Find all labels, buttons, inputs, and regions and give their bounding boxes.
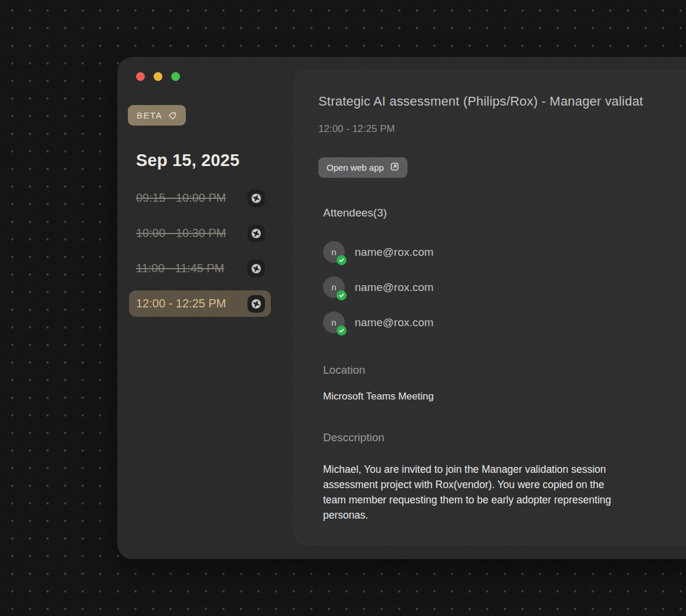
attendee-row: n name@rox.com — [323, 241, 433, 263]
description-heading: Desccription — [323, 431, 385, 444]
accepted-check-icon — [337, 255, 347, 265]
avatar-initial: n — [331, 247, 336, 257]
avatar-initial: n — [331, 282, 336, 292]
slot-time-label: 10:00 - 10:30 PM — [136, 226, 226, 240]
slot-sparkle-button[interactable] — [247, 295, 265, 313]
beta-badge-label: BETA — [137, 110, 162, 120]
time-slot[interactable]: 10:00 - 10:30 PM — [129, 220, 271, 246]
description-text: Michael, You are invited to join the Man… — [323, 462, 611, 523]
avatar: n — [323, 312, 345, 333]
app-window: BETA Sep 15, 2025 09:15 - 10:00 PM 10:00… — [117, 57, 686, 559]
slot-sparkle-button[interactable] — [247, 189, 265, 207]
time-slot[interactable]: 09:15 - 10:00 PM — [129, 185, 271, 211]
attendee-row: n name@rox.com — [323, 276, 433, 298]
slot-sparkle-button[interactable] — [247, 260, 265, 277]
description-line: personas. — [323, 507, 611, 523]
slot-time-label: 12:00 - 12:25 PM — [136, 297, 226, 310]
open-web-app-button[interactable]: Open web app — [318, 157, 407, 178]
zoom-button[interactable] — [171, 72, 180, 81]
date-heading: Sep 15, 2025 — [136, 151, 240, 170]
attendee-email: name@rox.com — [355, 316, 433, 329]
slot-sparkle-button[interactable] — [247, 225, 265, 242]
beta-badge: BETA — [128, 105, 186, 126]
attendee-list: n name@rox.com n name@rox.com — [323, 241, 433, 333]
event-title: Strategic AI assessment (Philips/Rox) - … — [318, 94, 643, 109]
avatar-initial: n — [331, 317, 336, 327]
avatar: n — [323, 276, 345, 298]
description-line: Michael, You are invited to join the Man… — [323, 462, 611, 477]
external-link-icon — [390, 162, 399, 173]
attendee-row: n name@rox.com — [323, 312, 433, 333]
event-detail-panel: Strategic AI assessment (Philips/Rox) - … — [293, 69, 686, 546]
time-slot[interactable]: 11:00 - 11:45 PM — [129, 255, 271, 282]
time-slot-list: 09:15 - 10:00 PM 10:00 - 10:30 PM 11:00 … — [129, 185, 271, 317]
close-button[interactable] — [136, 72, 145, 81]
minimize-button[interactable] — [154, 72, 162, 81]
description-line: team member requesting them to be early … — [323, 492, 611, 507]
accepted-check-icon — [337, 326, 347, 336]
location-heading: Location — [323, 364, 365, 377]
description-line: assessment project with Rox(vendor). You… — [323, 477, 611, 492]
accepted-check-icon — [337, 290, 347, 300]
event-time: 12:00 - 12:25 PM — [318, 123, 395, 135]
slot-time-label: 11:00 - 11:45 PM — [136, 262, 224, 275]
open-web-app-label: Open web app — [327, 163, 384, 172]
attendee-email: name@rox.com — [355, 281, 433, 294]
attendees-heading: Attendees(3) — [323, 207, 387, 219]
attendee-email: name@rox.com — [355, 246, 433, 259]
slot-time-label: 09:15 - 10:00 PM — [136, 191, 226, 205]
window-controls — [136, 72, 180, 81]
tag-icon — [168, 111, 177, 120]
time-slot-selected[interactable]: 12:00 - 12:25 PM — [129, 290, 271, 317]
location-value: Microsoft Teams Meeting — [323, 391, 434, 402]
avatar: n — [323, 241, 345, 263]
